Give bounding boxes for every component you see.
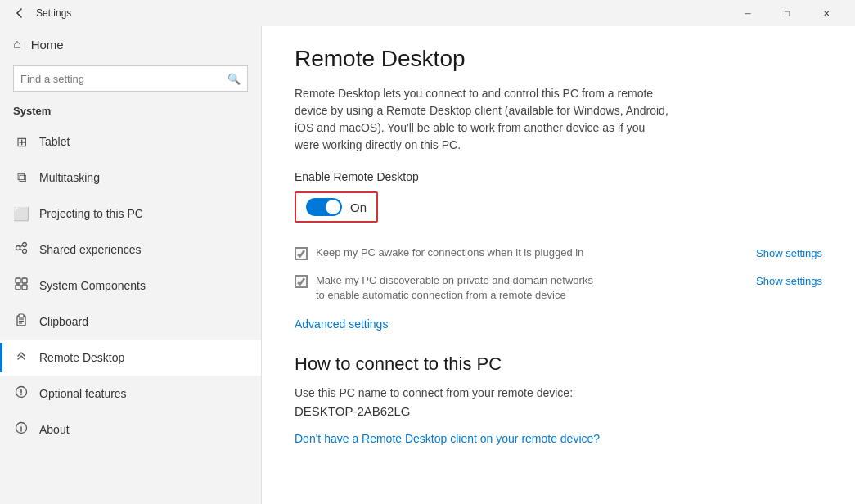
sidebar-item-remote-desktop[interactable]: Remote Desktop [0, 340, 261, 376]
enable-label: Enable Remote Desktop [295, 170, 822, 183]
sidebar-item-home[interactable]: ⌂ Home [0, 26, 261, 62]
sidebar-item-optional-label: Optional features [39, 387, 127, 400]
title-bar: Settings ─ □ ✕ [0, 0, 855, 26]
checkbox-check-2 [297, 277, 305, 286]
show-settings-link-2[interactable]: Show settings [756, 273, 822, 287]
svg-rect-6 [22, 278, 27, 283]
discoverable-checkbox-area: Make my PC discoverable on private and d… [295, 273, 746, 303]
sidebar-item-projecting-label: Projecting to this PC [39, 207, 143, 220]
keep-awake-text: Keep my PC awake for connections when it… [316, 245, 583, 260]
keep-awake-checkbox-area: Keep my PC awake for connections when it… [295, 245, 746, 260]
discoverable-row: Make my PC discoverable on private and d… [295, 273, 822, 303]
remote-desktop-icon [13, 349, 29, 366]
svg-line-4 [20, 249, 23, 250]
description-text: Remote Desktop lets you connect to and c… [295, 85, 671, 154]
sidebar-item-tablet-label: Tablet [39, 135, 70, 148]
tablet-icon: ⊞ [13, 134, 29, 150]
app-title: Settings [36, 7, 729, 19]
svg-point-0 [16, 246, 20, 250]
sidebar-item-remote-label: Remote Desktop [39, 351, 124, 364]
content-area: Remote Desktop Remote Desktop lets you c… [262, 26, 855, 504]
sidebar-item-about-label: About [39, 423, 70, 436]
sidebar-item-system-label: System Components [39, 279, 146, 292]
svg-line-3 [20, 245, 23, 247]
show-settings-link-1[interactable]: Show settings [756, 245, 822, 259]
window-controls: ─ □ ✕ [729, 0, 845, 26]
sidebar-item-shared-label: Shared experiences [39, 243, 142, 256]
sidebar-item-clipboard-label: Clipboard [39, 315, 88, 328]
how-to-connect-title: How to connect to this PC [295, 353, 822, 375]
no-client-link[interactable]: Don't have a Remote Desktop client on yo… [295, 432, 600, 445]
sidebar-item-multitasking[interactable]: ⧉ Multitasking [0, 160, 261, 196]
discoverable-checkbox[interactable] [295, 275, 308, 288]
sidebar-item-tablet[interactable]: ⊞ Tablet [0, 124, 261, 160]
search-input[interactable] [20, 73, 227, 85]
discoverable-text: Make my PC discoverable on private and d… [316, 273, 594, 303]
svg-point-2 [23, 250, 27, 254]
projecting-icon: ⬜ [13, 206, 29, 222]
home-icon: ⌂ [13, 37, 21, 52]
clipboard-icon [13, 313, 29, 330]
sidebar-item-optional-features[interactable]: Optional features [0, 376, 261, 412]
back-button[interactable] [10, 3, 29, 23]
svg-rect-7 [16, 285, 20, 290]
advanced-settings-link[interactable]: Advanced settings [295, 317, 388, 331]
minimize-button[interactable]: ─ [729, 0, 767, 26]
svg-rect-10 [19, 314, 24, 317]
shared-experiences-icon [13, 241, 29, 258]
remote-desktop-toggle[interactable] [306, 198, 342, 216]
multitasking-icon: ⧉ [13, 170, 29, 185]
pc-name: DESKTOP-2AB62LG [295, 404, 822, 418]
system-components-icon [13, 277, 29, 294]
svg-rect-5 [16, 278, 20, 283]
toggle-state-label: On [350, 200, 367, 214]
svg-point-1 [23, 243, 27, 247]
sidebar-item-clipboard[interactable]: Clipboard [0, 304, 261, 340]
search-box: 🔍 [13, 65, 248, 92]
sidebar-item-multitasking-label: Multitasking [39, 171, 100, 184]
keep-awake-row: Keep my PC awake for connections when it… [295, 245, 822, 260]
app-body: ⌂ Home 🔍 System ⊞ Tablet ⧉ Multitasking … [0, 26, 855, 504]
search-icon: 🔍 [227, 73, 241, 85]
home-label: Home [31, 38, 64, 52]
sidebar-item-shared-experiences[interactable]: Shared experiences [0, 232, 261, 268]
sidebar-item-system-components[interactable]: System Components [0, 268, 261, 304]
sidebar-item-about[interactable]: About [0, 412, 261, 448]
svg-point-16 [20, 394, 22, 396]
svg-point-19 [20, 425, 22, 426]
maximize-button[interactable]: □ [768, 0, 806, 26]
toggle-row: On [295, 191, 378, 223]
page-title: Remote Desktop [295, 46, 822, 72]
connect-desc: Use this PC name to connect from your re… [295, 386, 822, 399]
checkbox-check-1 [297, 250, 305, 258]
sidebar-section-label: System [0, 101, 261, 124]
sidebar-item-projecting[interactable]: ⬜ Projecting to this PC [0, 196, 261, 232]
sidebar: ⌂ Home 🔍 System ⊞ Tablet ⧉ Multitasking … [0, 26, 262, 504]
about-icon [13, 421, 29, 438]
optional-features-icon [13, 385, 29, 402]
close-button[interactable]: ✕ [808, 0, 845, 26]
svg-rect-8 [22, 285, 27, 290]
keep-awake-checkbox[interactable] [295, 247, 308, 260]
